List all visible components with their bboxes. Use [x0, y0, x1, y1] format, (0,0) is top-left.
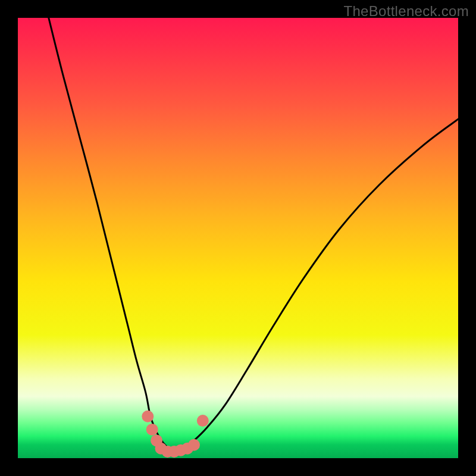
curve-right_curve — [176, 119, 458, 452]
valley-dot — [188, 439, 200, 451]
curve-left_curve — [49, 18, 177, 452]
dots-group — [142, 411, 208, 458]
valley-dot — [142, 411, 154, 422]
curves-group — [49, 18, 458, 452]
curve-layer — [18, 18, 458, 458]
plot-area — [18, 18, 458, 458]
valley-dot — [146, 424, 158, 436]
valley-dot — [197, 415, 209, 427]
attribution-label: TheBottleneck.com — [343, 3, 469, 20]
chart-frame: TheBottleneck.com — [0, 0, 476, 476]
